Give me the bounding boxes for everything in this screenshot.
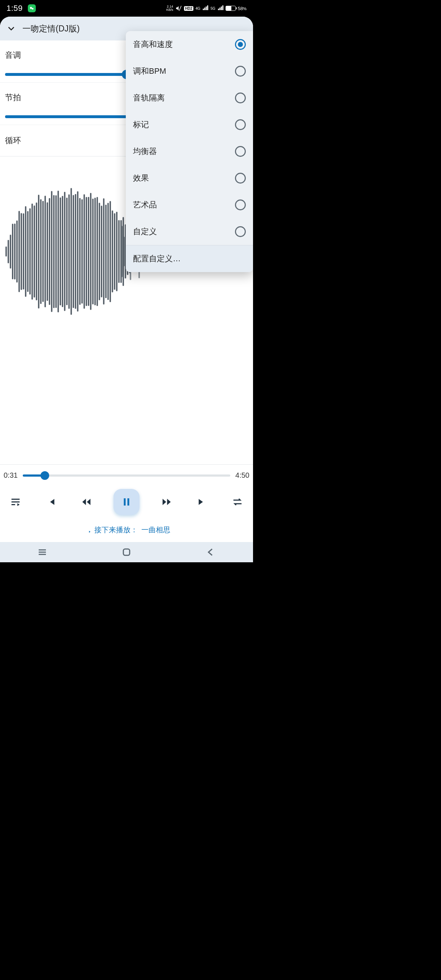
- track-title: 一吻定情(DJ版): [22, 23, 80, 34]
- menu-option-label: 音高和速度: [133, 39, 173, 50]
- menu-option-5[interactable]: 效果: [126, 165, 253, 191]
- wechat-notification-icon: [28, 4, 36, 12]
- battery-percent: 58%: [238, 6, 247, 11]
- menu-option-4[interactable]: 均衡器: [126, 138, 253, 165]
- menu-option-label: 调和BPM: [133, 66, 166, 76]
- radio-icon: [235, 92, 246, 103]
- signal-bars-1-icon: [202, 5, 208, 11]
- home-button[interactable]: [121, 547, 132, 558]
- radio-icon: [235, 39, 246, 50]
- battery-icon: [226, 6, 236, 11]
- configure-custom-label: 配置自定义…: [133, 253, 181, 264]
- rewind-button[interactable]: [78, 493, 95, 510]
- hd2-badge: HD2: [184, 6, 193, 11]
- svg-point-1: [32, 8, 33, 10]
- signal-bars-2-icon: [218, 5, 223, 11]
- svg-rect-5: [123, 549, 130, 555]
- forward-button[interactable]: [158, 493, 175, 510]
- menu-option-1[interactable]: 调和BPM: [126, 58, 253, 84]
- recent-apps-button[interactable]: [37, 547, 48, 558]
- collapse-button[interactable]: [7, 25, 15, 32]
- net-speed: 2.14 KB/s: [166, 5, 173, 11]
- net1-label: 4G: [196, 6, 200, 11]
- radio-icon: [235, 199, 246, 210]
- up-next-prefix: 接下来播放：: [94, 525, 138, 535]
- menu-option-label: 效果: [133, 173, 149, 184]
- next-track-button[interactable]: [194, 493, 210, 510]
- menu-option-3[interactable]: 标记: [126, 111, 253, 138]
- seek-slider[interactable]: [23, 474, 230, 477]
- queue-button[interactable]: [7, 493, 24, 510]
- back-button[interactable]: [205, 547, 216, 558]
- menu-option-2[interactable]: 音轨隔离: [126, 84, 253, 111]
- menu-option-0[interactable]: 音高和速度: [126, 31, 253, 58]
- menu-option-label: 自定义: [133, 226, 157, 237]
- radio-icon: [235, 173, 246, 184]
- up-next-track: 一曲相思: [141, 525, 170, 535]
- radio-icon: [235, 66, 246, 76]
- tempo-label: 节拍: [5, 92, 21, 103]
- playback-panel: 0:31 4:50: [0, 465, 253, 542]
- system-nav-bar: [0, 542, 253, 562]
- radio-icon: [235, 119, 246, 130]
- svg-rect-4: [127, 498, 129, 506]
- loop-label: 循环: [5, 135, 21, 146]
- mute-icon: [175, 5, 182, 11]
- previous-track-button[interactable]: [43, 493, 59, 510]
- repeat-button[interactable]: [229, 493, 246, 510]
- menu-option-7[interactable]: 自定义: [126, 218, 253, 245]
- pause-button[interactable]: [113, 489, 140, 515]
- total-time: 4:50: [235, 471, 250, 479]
- pitch-label: 音调: [5, 50, 21, 61]
- menu-option-label: 音轨隔离: [133, 92, 165, 103]
- svg-rect-3: [124, 498, 126, 506]
- app-screen: 一吻定情(DJ版) 音调 +0.0 节拍 181%: [0, 17, 253, 562]
- status-bar: 1:59 2.14 KB/s HD2 4G 5G 58%: [0, 0, 253, 17]
- radio-icon: [235, 146, 246, 157]
- menu-option-6[interactable]: 艺术品: [126, 191, 253, 218]
- view-options-menu: 音高和速度调和BPM音轨隔离标记均衡器效果艺术品自定义配置自定义…: [126, 31, 253, 272]
- status-time: 1:59: [6, 3, 23, 13]
- up-next-row[interactable]: 接下来播放： 一曲相思: [4, 519, 250, 538]
- menu-option-label: 艺术品: [133, 199, 157, 210]
- menu-option-label: 均衡器: [133, 146, 157, 157]
- elapsed-time: 0:31: [4, 471, 18, 479]
- configure-custom-button[interactable]: 配置自定义…: [126, 245, 253, 272]
- radio-icon: [235, 226, 246, 237]
- net2-label: 5G: [210, 6, 215, 11]
- svg-point-0: [30, 7, 32, 9]
- svg-line-2: [179, 6, 181, 11]
- menu-option-label: 标记: [133, 119, 149, 130]
